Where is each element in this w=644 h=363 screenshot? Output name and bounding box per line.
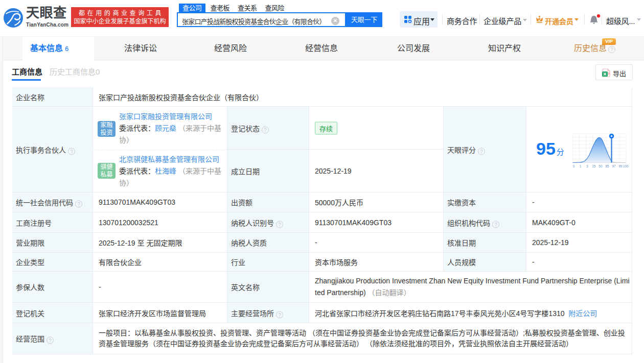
svg-text:99: 99: [618, 164, 623, 168]
svg-text:100: 100: [623, 164, 629, 168]
svg-text:3: 3: [586, 164, 588, 168]
svg-text:1: 1: [580, 164, 582, 168]
svg-text:97: 97: [612, 164, 616, 168]
svg-text:85: 85: [605, 164, 609, 168]
svg-text:15: 15: [592, 164, 596, 168]
svg-text:0: 0: [573, 164, 575, 168]
svg-text:50: 50: [599, 164, 603, 168]
